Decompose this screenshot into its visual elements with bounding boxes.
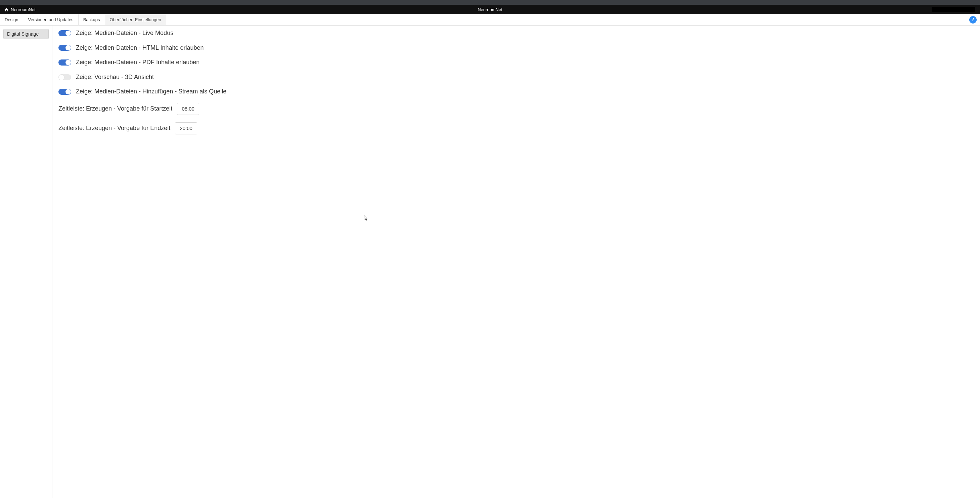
tab-label: Versionen und Updates bbox=[28, 17, 73, 22]
tab-bar: Design Versionen und Updates Backups Obe… bbox=[0, 14, 980, 26]
app-header: NeuroomNet NeuroomNet bbox=[0, 5, 980, 14]
content-area: Digital Signage Zeige: Medien-Dateien - … bbox=[0, 26, 980, 498]
tab-label: Design bbox=[5, 17, 18, 22]
setting-label: Zeige: Medien-Dateien - PDF Inhalte erla… bbox=[76, 59, 199, 66]
tab-backups[interactable]: Backups bbox=[79, 14, 105, 25]
setting-label: Zeige: Vorschau - 3D Ansicht bbox=[76, 73, 154, 81]
home-icon bbox=[4, 7, 9, 12]
header-right-block bbox=[932, 7, 975, 12]
header-title: NeuroomNet bbox=[477, 7, 503, 12]
sidebar: Digital Signage bbox=[0, 26, 52, 498]
setting-row: Zeitleiste: Erzeugen - Vorgabe für Start… bbox=[59, 103, 974, 115]
toggle-stream-quelle[interactable] bbox=[59, 89, 71, 95]
header-brand-text: NeuroomNet bbox=[11, 7, 36, 12]
end-time-input[interactable] bbox=[175, 122, 197, 134]
sidebar-item-label: Digital Signage bbox=[7, 31, 39, 37]
setting-row: Zeige: Medien-Dateien - Live Modus bbox=[59, 30, 974, 37]
question-icon: ? bbox=[972, 17, 974, 22]
toggle-3d-ansicht[interactable] bbox=[59, 74, 71, 80]
settings-panel: Zeige: Medien-Dateien - Live Modus Zeige… bbox=[52, 26, 980, 498]
tab-label: Backups bbox=[83, 17, 100, 22]
tab-versions[interactable]: Versionen und Updates bbox=[23, 14, 78, 25]
toggle-knob bbox=[65, 60, 71, 65]
setting-row: Zeige: Vorschau - 3D Ansicht bbox=[59, 73, 974, 81]
setting-row: Zeige: Medien-Dateien - Hinzufügen - Str… bbox=[59, 88, 974, 96]
toggle-knob bbox=[65, 45, 71, 50]
browser-top-strip bbox=[0, 0, 980, 5]
setting-row: Zeige: Medien-Dateien - PDF Inhalte erla… bbox=[59, 59, 974, 66]
setting-row: Zeige: Medien-Dateien - HTML Inhalte erl… bbox=[59, 45, 974, 52]
header-brand[interactable]: NeuroomNet bbox=[4, 7, 36, 12]
start-time-input[interactable] bbox=[177, 103, 199, 115]
tab-ui-settings[interactable]: Oberflächen-Einstellungen bbox=[105, 14, 166, 25]
setting-label: Zeige: Medien-Dateien - Hinzufügen - Str… bbox=[76, 88, 226, 96]
setting-row: Zeitleiste: Erzeugen - Vorgabe für Endze… bbox=[59, 122, 974, 134]
setting-label: Zeitleiste: Erzeugen - Vorgabe für Endze… bbox=[59, 124, 170, 132]
toggle-pdf-inhalte[interactable] bbox=[59, 59, 71, 65]
toggle-knob bbox=[65, 89, 71, 94]
toggle-knob bbox=[65, 30, 71, 36]
tab-label: Oberflächen-Einstellungen bbox=[110, 17, 161, 22]
setting-label: Zeige: Medien-Dateien - HTML Inhalte erl… bbox=[76, 45, 204, 52]
tab-design[interactable]: Design bbox=[0, 14, 23, 25]
help-button[interactable]: ? bbox=[969, 16, 977, 24]
toggle-knob bbox=[59, 75, 64, 80]
toggle-html-inhalte[interactable] bbox=[59, 45, 71, 51]
toggle-live-modus[interactable] bbox=[59, 30, 71, 36]
sidebar-item-digital-signage[interactable]: Digital Signage bbox=[3, 29, 49, 39]
setting-label: Zeitleiste: Erzeugen - Vorgabe für Start… bbox=[59, 105, 172, 113]
setting-label: Zeige: Medien-Dateien - Live Modus bbox=[76, 30, 173, 37]
